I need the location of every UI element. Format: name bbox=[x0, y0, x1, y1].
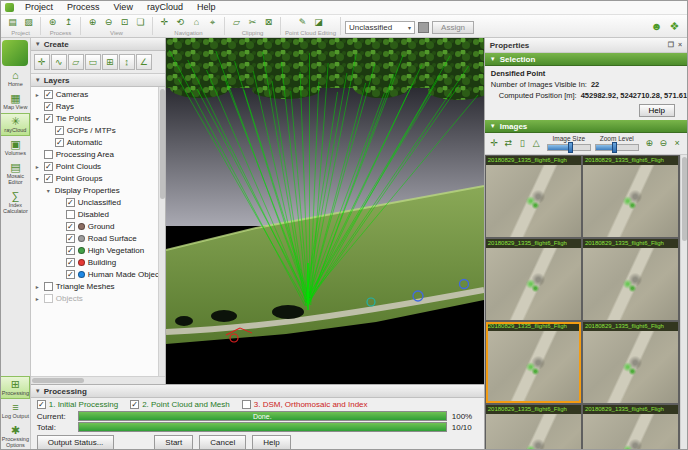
layer-checkbox[interactable]: ✓ bbox=[66, 198, 75, 207]
tree-item-unclassified[interactable]: ✓Unclassified bbox=[31, 196, 157, 208]
closed-expander-icon[interactable]: ▸ bbox=[34, 283, 41, 290]
tree-item-gcps-mtps[interactable]: ✓GCPs / MTPs bbox=[31, 124, 157, 136]
tree-item-point-clouds[interactable]: ▸✓Point Clouds bbox=[31, 160, 157, 172]
image-thumbnail[interactable]: 20180829_1335_flight6_Fligh bbox=[583, 239, 678, 320]
new-orientation-constraint-button[interactable]: ∠ bbox=[136, 54, 152, 70]
step-checkbox[interactable]: ✓ bbox=[130, 400, 139, 409]
zoom-level-slider-handle[interactable] bbox=[612, 142, 617, 153]
layer-checkbox[interactable] bbox=[44, 150, 53, 159]
open-expander-icon[interactable]: ▾ bbox=[34, 175, 41, 182]
layers-horizontal-scrollbar[interactable] bbox=[31, 376, 165, 384]
user-account-icon[interactable]: ☻ bbox=[649, 19, 664, 33]
image-thumbnail[interactable]: 20180829_1335_flight6_Fligh bbox=[583, 322, 678, 403]
sidebar-item-map-view[interactable]: ▦Map View bbox=[1, 90, 30, 113]
classification-select[interactable]: Unclassified ▾ bbox=[345, 21, 415, 34]
step-checkbox[interactable]: ✓ bbox=[37, 400, 46, 409]
menu-item-project[interactable]: Project bbox=[18, 1, 60, 14]
tree-item-automatic[interactable]: ✓Automatic bbox=[31, 136, 157, 148]
new-scale-constraint-button[interactable]: ↨ bbox=[119, 54, 135, 70]
processing-step-3[interactable]: 3. DSM, Orthomosaic and Index bbox=[242, 400, 368, 409]
sidebar-item-mosaic-editor[interactable]: ▤Mosaic Editor bbox=[1, 159, 30, 188]
layer-checkbox[interactable]: ✓ bbox=[66, 222, 75, 231]
layer-checkbox[interactable] bbox=[66, 210, 75, 219]
new-orthoplane-button[interactable]: ⊞ bbox=[102, 54, 118, 70]
tree-item-cameras[interactable]: ▸✓Cameras bbox=[31, 88, 157, 100]
layer-checkbox[interactable]: ✓ bbox=[66, 270, 75, 279]
closed-expander-icon[interactable]: ▸ bbox=[34, 163, 41, 170]
tree-item-rays[interactable]: ✓Rays bbox=[31, 100, 157, 112]
layers-vertical-scrollbar[interactable] bbox=[158, 87, 165, 376]
layer-checkbox[interactable]: ✓ bbox=[66, 246, 75, 255]
new-surface-button[interactable]: ▱ bbox=[68, 54, 84, 70]
sidebar-item-raycloud[interactable]: ✳rayCloud bbox=[1, 113, 30, 136]
tree-item-human-made-object[interactable]: ✓Human Made Object bbox=[31, 268, 157, 280]
image-thumbnail[interactable]: 20180829_1335_flight6_Fligh bbox=[486, 239, 581, 320]
scrollbar-thumb[interactable] bbox=[32, 378, 84, 383]
open-expander-icon[interactable]: ▾ bbox=[45, 187, 52, 194]
layer-checkbox[interactable]: ✓ bbox=[55, 138, 64, 147]
sidebar-item-volumes[interactable]: ▣Volumes bbox=[1, 136, 30, 159]
closed-expander-icon[interactable]: ▸ bbox=[34, 91, 41, 98]
new-project-icon[interactable]: ▤ bbox=[5, 15, 20, 29]
knowledge-base-icon[interactable]: ❖ bbox=[667, 19, 682, 33]
layer-checkbox[interactable]: ✓ bbox=[66, 234, 75, 243]
assign-button[interactable]: Assign bbox=[432, 21, 474, 34]
image-thumbnail[interactable]: 20180829_1335_flight6_Fligh bbox=[486, 156, 581, 237]
processing-options-icon[interactable]: ⊛ bbox=[45, 15, 60, 29]
show-rays-icon[interactable]: ✛ bbox=[488, 137, 501, 150]
viewport-3d[interactable] bbox=[166, 38, 484, 384]
zoom-level-slider[interactable] bbox=[595, 144, 639, 151]
image-thumbnail[interactable]: 20180829_1335_flight6_Fligh bbox=[486, 405, 581, 450]
layers-section-header[interactable]: ▼ Layers bbox=[31, 74, 165, 87]
layer-checkbox[interactable]: ✓ bbox=[66, 258, 75, 267]
image-thumbnail[interactable]: 20180829_1335_flight6_Fligh bbox=[583, 405, 678, 450]
float-panel-icon[interactable]: ❐ bbox=[668, 41, 674, 49]
tree-item-disabled[interactable]: Disabled bbox=[31, 208, 157, 220]
images-zoom-out-icon[interactable]: ⊖ bbox=[657, 137, 670, 150]
layer-checkbox[interactable]: ✓ bbox=[44, 90, 53, 99]
scrollbar-thumb[interactable] bbox=[682, 157, 687, 241]
menu-item-raycloud[interactable]: rayCloud bbox=[140, 1, 190, 14]
layer-checkbox[interactable]: ✓ bbox=[44, 102, 53, 111]
menu-item-help[interactable]: Help bbox=[190, 1, 223, 14]
layer-checkbox[interactable]: ✓ bbox=[44, 162, 53, 171]
image-size-slider[interactable] bbox=[547, 144, 591, 151]
layer-checkbox[interactable]: ✓ bbox=[44, 174, 53, 183]
images-close-icon[interactable]: × bbox=[671, 137, 684, 150]
processing-section-header[interactable]: ▼ Processing bbox=[31, 385, 484, 398]
clipping-box-icon[interactable]: ▱ bbox=[229, 15, 244, 29]
tree-item-point-groups[interactable]: ▾✓Point Groups bbox=[31, 172, 157, 184]
tree-item-road-surface[interactable]: ✓Road Surface bbox=[31, 232, 157, 244]
tree-item-tie-points[interactable]: ▾✓Tie Points bbox=[31, 112, 157, 124]
new-tie-point-button[interactable]: ✛ bbox=[34, 54, 50, 70]
sidebar-item-index-calculator[interactable]: ∑Index Calculator bbox=[1, 188, 30, 217]
menu-item-process[interactable]: Process bbox=[60, 1, 107, 14]
clipping-edit-icon[interactable]: ✂ bbox=[245, 15, 260, 29]
image-size-slider-handle[interactable] bbox=[568, 142, 573, 153]
upload-results-icon[interactable]: ↥ bbox=[61, 15, 76, 29]
tree-item-building[interactable]: ✓Building bbox=[31, 256, 157, 268]
help-button[interactable]: Help bbox=[252, 435, 290, 450]
tree-item-high-vegetation[interactable]: ✓High Vegetation bbox=[31, 244, 157, 256]
images-section-header[interactable]: ▼ Images bbox=[485, 120, 687, 133]
tree-item-ground[interactable]: ✓Ground bbox=[31, 220, 157, 232]
tree-item-display-properties[interactable]: ▾Display Properties bbox=[31, 184, 157, 196]
zoom-fit-icon[interactable]: ⊡ bbox=[117, 15, 132, 29]
menu-item-view[interactable]: View bbox=[107, 1, 140, 14]
processing-step-1[interactable]: ✓1. Initial Processing bbox=[37, 400, 118, 409]
new-polyline-button[interactable]: ∿ bbox=[51, 54, 67, 70]
new-volume-button[interactable]: ▭ bbox=[85, 54, 101, 70]
open-project-icon[interactable]: ▨ bbox=[21, 15, 36, 29]
focus-selection-icon[interactable]: ⌖ bbox=[205, 15, 220, 29]
step-checkbox[interactable] bbox=[242, 400, 251, 409]
show-zoom-area-icon[interactable]: ▯ bbox=[516, 137, 529, 150]
sidebar-item-processing-options[interactable]: ✱Processing Options bbox=[1, 422, 30, 450]
image-thumbnail[interactable]: 20180829_1335_flight6_Fligh bbox=[486, 322, 581, 403]
cancel-button[interactable]: Cancel bbox=[199, 435, 246, 450]
tree-item-triangle-meshes[interactable]: ▸Triangle Meshes bbox=[31, 280, 157, 292]
sidebar-item-processing[interactable]: ⊞Processing bbox=[1, 376, 30, 399]
maximize-view-icon[interactable]: ❏ bbox=[133, 15, 148, 29]
start-button[interactable]: Start bbox=[154, 435, 193, 450]
output-status-button[interactable]: Output Status... bbox=[37, 435, 115, 450]
pan-icon[interactable]: ✛ bbox=[157, 15, 172, 29]
